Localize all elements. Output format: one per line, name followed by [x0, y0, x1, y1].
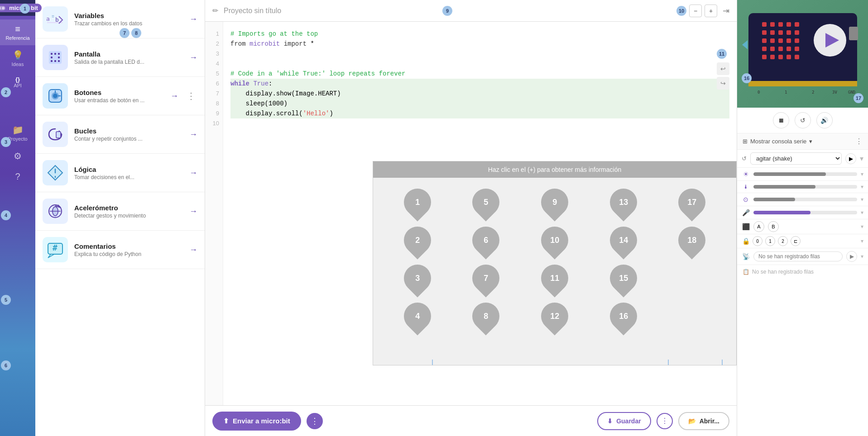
sidebar-item-ideas[interactable]: 💡 Ideas: [0, 45, 35, 71]
shake-select[interactable]: agitar (shake): [750, 152, 842, 165]
ref-item-pantalla[interactable]: Pantalla Salida de la pantalla LED d... …: [35, 38, 205, 77]
radio-send-button[interactable]: ▶: [846, 251, 857, 262]
step-badge-5[interactable]: 5: [467, 183, 505, 222]
svg-rect-34: [778, 22, 783, 27]
open-label: Abrir...: [700, 417, 719, 425]
pin-2-button[interactable]: 2: [778, 236, 788, 246]
ref-text-botones: Botones Usar entradas de botón en ...: [74, 89, 164, 104]
ref-text-bucles: Bucles Contar y repetir conjuntos ...: [74, 127, 183, 142]
svg-rect-12: [58, 57, 60, 58]
sensor-btn-row: ⬛ A B ▾: [737, 219, 868, 234]
radio-input[interactable]: [753, 251, 843, 261]
svg-rect-32: [762, 22, 767, 27]
step-badge-1[interactable]: 1: [398, 183, 436, 222]
svg-rect-38: [770, 30, 775, 35]
tutorial-panel: 15 Haz clic en el (+) para obtener más i…: [373, 161, 737, 365]
sidebar-item-settings[interactable]: ⚙: [0, 146, 35, 167]
buttons-expand-icon[interactable]: ▾: [861, 223, 863, 230]
svg-rect-56: [795, 55, 799, 59]
line-num-10: 10: [213, 118, 219, 128]
pantalla-icon: [43, 45, 68, 70]
ref-item-botones[interactable]: Botones Usar entradas de botón en ... → …: [35, 77, 205, 115]
logo-area[interactable]: micro:bit: [0, 0, 35, 16]
shake-play-button[interactable]: ▶: [845, 153, 856, 164]
ref-text-comentarios: Comentarios Explica tu código de Python: [74, 242, 183, 257]
pin-1-button[interactable]: 1: [765, 236, 775, 246]
button-a[interactable]: A: [753, 221, 764, 232]
no-rows-text: No se han registrado filas: [752, 269, 814, 275]
step-badge-8[interactable]: 8: [467, 297, 505, 336]
pin-0-button[interactable]: 0: [753, 236, 762, 246]
refresh-icon: ↺: [742, 155, 747, 162]
sim-stop-button[interactable]: ⏹: [773, 112, 789, 128]
open-button[interactable]: 📂 Abrir...: [678, 412, 729, 430]
undo-button[interactable]: ↩: [717, 62, 729, 75]
step-badge-13[interactable]: 13: [604, 183, 643, 222]
sidebar-item-referencia[interactable]: ≡ Referencia: [0, 19, 35, 45]
compass-fill: [753, 198, 795, 201]
zoom-in-button[interactable]: +: [705, 5, 717, 17]
sim-volume-button[interactable]: 🔊: [816, 112, 833, 128]
svg-rect-49: [778, 47, 783, 51]
step-badge-12[interactable]: 12: [536, 297, 574, 336]
ref-text-acelerometro: Acelerómetro Detectar gestos y movimient…: [74, 204, 183, 219]
radio-expand-icon[interactable]: ▾: [861, 253, 863, 260]
button-b[interactable]: B: [768, 221, 779, 232]
brightness-expand-icon[interactable]: ▾: [861, 171, 863, 177]
main-area: ✏ Proyecto sin título 9 10 − + ⇥ 1 2 3 4…: [205, 0, 737, 436]
logica-icon: [43, 160, 68, 185]
send-to-microbit-button[interactable]: ⬆ Enviar a micro:bit: [212, 412, 301, 431]
tutorial-header: Haz clic en el (+) para obtener más info…: [373, 161, 736, 178]
step-badge-3[interactable]: 3: [398, 259, 436, 298]
sidebar-item-help[interactable]: ?: [0, 167, 35, 187]
sim-reset-button[interactable]: ↺: [795, 112, 811, 128]
step-badge-15[interactable]: 15: [604, 259, 643, 298]
microbit-display: 0 1 2 3V GND 16 17: [737, 0, 868, 108]
pins-expand-icon[interactable]: ▾: [861, 238, 863, 244]
svg-point-2: [2, 7, 5, 9]
send-options-button[interactable]: ⋮: [307, 413, 323, 429]
step-badge-16[interactable]: 16: [604, 297, 643, 336]
project-title[interactable]: Proyecto sin título: [224, 7, 437, 15]
console-menu-icon[interactable]: ⋮: [855, 137, 863, 146]
comentarios-icon: #: [43, 237, 68, 262]
sidebar-toggle-button[interactable]: ⇥: [723, 6, 729, 16]
ref-desc-logica: Tomar decisiones en el...: [74, 174, 183, 180]
ref-item-bucles[interactable]: Bucles Contar y repetir conjuntos ... →: [35, 115, 205, 154]
step-badge-14[interactable]: 14: [604, 221, 643, 260]
svg-rect-37: [762, 30, 767, 35]
step-badge-18[interactable]: 18: [673, 221, 711, 260]
step-badge-2[interactable]: 2: [398, 221, 436, 260]
temperature-track[interactable]: [753, 185, 857, 189]
ref-desc-bucles: Contar y repetir conjuntos ...: [74, 136, 183, 142]
step-badge-17[interactable]: 17: [673, 183, 711, 222]
step-badge-10[interactable]: 10: [536, 221, 574, 260]
microphone-expand-icon[interactable]: ▾: [861, 209, 863, 216]
brightness-track[interactable]: [753, 172, 857, 176]
pin-logo-button[interactable]: ⊏: [791, 236, 801, 246]
temperature-expand-icon[interactable]: ▾: [861, 184, 863, 190]
ref-item-logica[interactable]: Lógica Tomar decisiones en el... →: [35, 154, 205, 192]
compass-track[interactable]: [753, 198, 857, 201]
step-badge-6[interactable]: 6: [467, 221, 505, 260]
microphone-track[interactable]: [753, 211, 857, 214]
save-options-button[interactable]: ⋮: [657, 413, 673, 429]
step-badge-9[interactable]: 9: [536, 183, 574, 222]
svg-rect-39: [778, 30, 783, 35]
ref-item-comentarios[interactable]: # Comentarios Explica tu código de Pytho…: [35, 231, 205, 269]
zoom-out-button[interactable]: −: [689, 5, 702, 17]
redo-button[interactable]: ↪: [717, 77, 729, 90]
bottom-bar: ⬆ Enviar a micro:bit ⋮ ⬇ Guardar ⋮ 📂 Abr…: [205, 405, 737, 436]
ref-item-acelerometro[interactable]: Acelerómetro Detectar gestos y movimient…: [35, 192, 205, 231]
svg-rect-53: [770, 55, 775, 59]
svg-rect-10: [58, 53, 60, 55]
console-icon: ⊞: [743, 138, 748, 145]
step-badge-11[interactable]: 11: [536, 259, 574, 298]
save-button[interactable]: ⬇ Guardar: [597, 412, 651, 430]
step-badge-7[interactable]: 7: [467, 259, 505, 298]
compass-expand-icon[interactable]: ▾: [861, 196, 863, 203]
step-badge-4[interactable]: 4: [398, 297, 436, 336]
editor-header: ✏ Proyecto sin título 9 10 − + ⇥: [205, 0, 737, 22]
botones-more-icon[interactable]: ⋮: [185, 90, 197, 101]
svg-rect-42: [762, 38, 767, 43]
